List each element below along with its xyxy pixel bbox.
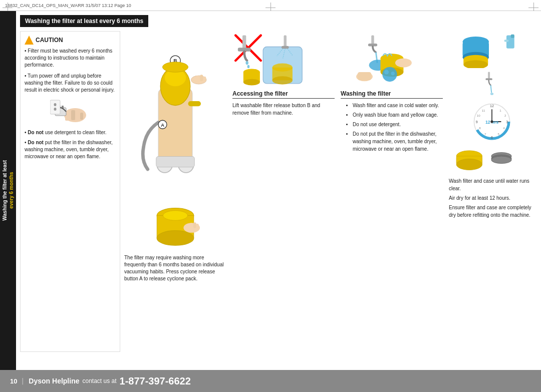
clock-illustration: 12 3 6 9 1 2 4 5 7 8 10 11 12 hrs	[469, 102, 514, 142]
right-captions: Wash filter and case until water runs cl…	[449, 177, 535, 219]
svg-point-9	[54, 103, 57, 106]
svg-rect-17	[188, 101, 201, 106]
svg-point-10	[54, 108, 57, 111]
svg-rect-62	[358, 72, 372, 81]
svg-text:9: 9	[476, 120, 478, 124]
svg-text:12: 12	[490, 104, 494, 108]
caution-triangle-icon	[25, 36, 34, 45]
top-bar-text: 16832_CAN_DC14_OPS_MAN_WARR 31/5/07 13:1…	[5, 3, 131, 8]
svg-rect-4	[80, 113, 83, 120]
svg-point-43	[243, 79, 260, 86]
washing-item-1: Wash filter and case in cold water only.	[353, 102, 443, 109]
washing-panel: Washing the filter Wash filter and case …	[339, 31, 445, 352]
svg-point-96	[490, 120, 493, 123]
svg-point-78	[490, 93, 493, 95]
svg-rect-75	[488, 72, 490, 79]
no-tap-illustration	[232, 33, 308, 88]
filter-detail-illustration	[143, 205, 208, 250]
svg-point-52	[273, 76, 293, 85]
svg-rect-3	[76, 111, 80, 120]
svg-point-65	[391, 72, 395, 75]
svg-point-16	[163, 62, 188, 72]
svg-text:5: 5	[498, 132, 500, 136]
svg-rect-45	[284, 36, 287, 47]
svg-point-63	[382, 67, 397, 82]
svg-line-77	[491, 85, 492, 93]
center-caption: The filter may require washing more freq…	[124, 254, 226, 282]
svg-rect-67	[511, 35, 514, 38]
svg-text:3: 3	[506, 120, 508, 124]
svg-text:6: 6	[491, 136, 493, 140]
svg-text:7: 7	[484, 132, 486, 136]
caution-item-1: • Filter must be washed every 6 months a…	[25, 48, 116, 69]
washing-item-2: Only wash blue foam and yellow cage.	[353, 111, 443, 119]
svg-point-30	[163, 211, 187, 221]
svg-rect-8	[50, 100, 60, 114]
footer-brand: Dyson Helpline	[29, 377, 79, 385]
washing-items: Wash filter and case in cold water only.…	[341, 102, 443, 155]
right-caption-1: Wash filter and case until water runs cl…	[449, 177, 535, 192]
svg-rect-25	[200, 75, 203, 81]
caution-item-2: • Turn power off and unplug before washi…	[25, 73, 116, 94]
footer: 10 │ Dyson Helpline contact us at 1-877-…	[0, 370, 541, 392]
sidebar: Washing the filter at leastevery 6 month…	[0, 11, 16, 370]
svg-rect-46	[282, 46, 289, 49]
caution-note-1: • Do not use detergent to clean filter.	[25, 129, 116, 136]
tap-small-illustration	[472, 71, 512, 99]
svg-rect-33	[193, 222, 196, 228]
plug-illustration	[50, 98, 90, 125]
svg-rect-20	[156, 157, 195, 167]
washing-item-4: Do not put the filter in the dishwasher,…	[353, 130, 443, 153]
caution-title: CAUTION	[36, 36, 63, 45]
svg-rect-26	[203, 77, 206, 82]
center-panel: B A	[122, 31, 228, 352]
svg-point-64	[384, 70, 389, 74]
accessing-text: Lift washable filter release button B an…	[232, 102, 335, 117]
svg-point-29	[157, 231, 194, 245]
svg-point-60	[395, 58, 412, 67]
main-content: Washing the filter at least every 6 mont…	[16, 11, 541, 370]
svg-point-40	[247, 65, 250, 68]
far-right-panel: 12 3 6 9 1 2 4 5 7 8 10 11 12 hrs	[447, 31, 537, 352]
washing-title: Washing the filter	[341, 90, 443, 99]
svg-rect-24	[196, 76, 199, 83]
footer-phone: 1-877-397-6622	[120, 375, 191, 387]
footer-contact-text: contact us at	[82, 377, 116, 384]
svg-point-39	[245, 61, 248, 65]
caution-panel: CAUTION • Filter must be washed every 6 …	[20, 31, 120, 352]
washing-item-3: Do not use detergent.	[353, 121, 443, 128]
svg-rect-68	[504, 40, 509, 42]
right-caption-2: Air dry for at least 12 hours.	[449, 194, 535, 202]
svg-rect-53	[371, 36, 374, 45]
svg-text:A: A	[161, 123, 164, 128]
svg-point-102	[491, 156, 511, 164]
caution-note-2: • Do not put the filter in the dishwashe…	[25, 139, 116, 160]
washing-illustration	[341, 33, 416, 88]
vacuum-illustration: B A	[133, 33, 218, 203]
right-caption-3: Ensure filter and case are completely dr…	[449, 204, 535, 219]
filter-ring-top-illustration	[449, 33, 529, 68]
svg-text:8: 8	[479, 126, 481, 130]
svg-text:1: 1	[499, 109, 501, 112]
sidebar-label: Washing the filter at leastevery 6 month…	[2, 160, 15, 221]
section-header: Washing the filter at least every 6 mont…	[20, 15, 148, 27]
content-grid: CAUTION • Filter must be washed every 6 …	[20, 31, 537, 352]
accessing-title: Accessing the filter	[232, 90, 335, 99]
svg-rect-32	[190, 223, 193, 229]
svg-point-99	[456, 159, 482, 170]
caution-header: CAUTION	[25, 36, 116, 45]
filter-pair-illustration	[449, 145, 526, 172]
svg-rect-2	[71, 110, 75, 120]
accessing-panel: Accessing the filter Lift washable filte…	[230, 31, 337, 352]
svg-text:10: 10	[477, 114, 480, 117]
svg-text:2: 2	[504, 114, 506, 117]
svg-rect-37	[242, 36, 246, 49]
footer-page-number: 10	[10, 377, 17, 385]
svg-text:11: 11	[482, 109, 485, 112]
svg-rect-34	[196, 224, 199, 229]
svg-text:4: 4	[503, 126, 505, 130]
